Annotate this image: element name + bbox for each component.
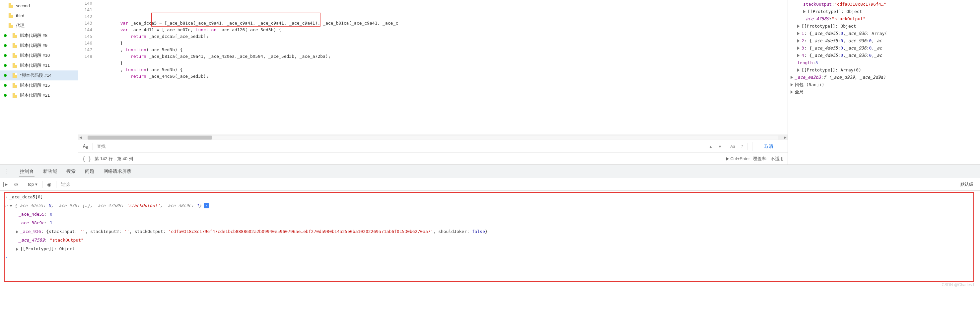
drawer-tab[interactable]: 问题	[84, 166, 95, 176]
snippet-file-item[interactable]: third	[0, 11, 78, 21]
scroll-left-icon[interactable]: ◀	[78, 136, 83, 139]
scope-row[interactable]: [[Prototype]]: Object	[789, 8, 979, 15]
file-icon	[13, 83, 17, 88]
live-expression-icon[interactable]: ◉	[47, 181, 51, 187]
object-prop[interactable]: _ace_47589: "stackOutput"	[9, 237, 977, 244]
match-case-toggle[interactable]: Aa	[729, 144, 737, 149]
file-icon	[13, 63, 17, 68]
scroll-right-icon[interactable]: ▶	[783, 136, 788, 139]
scrollbar-thumb[interactable]	[88, 136, 212, 139]
file-label: 脚本代码段 #10	[20, 53, 50, 59]
file-icon	[13, 93, 17, 98]
regex-toggle[interactable]: .*	[739, 144, 745, 149]
modified-dot-icon	[4, 74, 6, 77]
scope-row[interactable]: 全局	[789, 88, 979, 96]
scope-row[interactable]: 1: {_ace_4de55: 0, _ace_936: Array(	[789, 30, 979, 37]
object-prop[interactable]: _ace_4de55: 0	[9, 211, 977, 218]
object-prop[interactable]: _ace_936: {stackInput: '', stackInput2: …	[9, 228, 977, 235]
scope-row[interactable]: stackOutput: "cdfa0318c8c1796f4…"	[789, 1, 979, 8]
scope-row[interactable]: [[Prototype]]: Object	[789, 22, 979, 30]
modified-dot-icon	[4, 34, 6, 37]
toggle-sidebar-icon[interactable]: ▶	[3, 182, 9, 187]
find-prev-icon[interactable]: ▲	[707, 143, 714, 150]
snippet-file-item[interactable]: *脚本代码段 #14	[0, 70, 78, 80]
file-label: 脚本代码段 #8	[20, 32, 48, 38]
expand-icon[interactable]	[791, 76, 793, 79]
code-editor-pane: 140141142143144145146147148 var _ace_dcc…	[78, 0, 788, 165]
find-cancel-button[interactable]: 取消	[752, 142, 785, 151]
console-input-echo: _ace_dcca5[0]	[9, 194, 977, 201]
file-icon	[13, 43, 17, 48]
file-label: third	[16, 13, 24, 18]
expand-icon[interactable]	[797, 69, 800, 72]
scope-row[interactable]: 闭包 (Sanji)	[789, 81, 979, 88]
scope-row[interactable]: 2: {_ace_4de55: 0, _ace_936: 0, _ac	[789, 37, 979, 45]
log-levels-selector[interactable]: 默认级	[957, 181, 977, 187]
console-output[interactable]: › _ace_dcca5[0] ‹· {_ace_4de55: 0, _ace_…	[0, 191, 980, 290]
file-icon	[13, 73, 17, 78]
pretty-print-icon[interactable]: { }	[82, 156, 91, 162]
find-mode-icon[interactable]: AB	[81, 143, 90, 150]
find-input[interactable]	[95, 142, 705, 150]
editor-status-bar: { } 第 142 行，第 40 列 Ctrl+Enter 覆盖率: 不适用	[78, 152, 788, 165]
file-label: *脚本代码段 #14	[20, 72, 51, 78]
line-gutter: 140141142143144145146147148	[78, 0, 97, 134]
modified-dot-icon	[4, 84, 6, 87]
scope-row[interactable]: 4: {_ace_4de55: 0, _ace_936: 0, _ac	[789, 52, 979, 59]
expand-icon[interactable]	[797, 54, 800, 57]
clear-console-icon[interactable]: ⊘	[14, 181, 18, 187]
expand-icon[interactable]	[16, 248, 18, 251]
snippet-file-item[interactable]: second	[0, 1, 78, 11]
expand-icon[interactable]	[803, 10, 805, 13]
console-prompt-icon[interactable]: ›	[3, 254, 9, 261]
scope-row[interactable]: _ace_47589: "stackOutput"	[789, 15, 979, 22]
modified-dot-icon	[4, 94, 6, 97]
scope-panel[interactable]: stackOutput: "cdfa0318c8c1796f4…"[[Proto…	[788, 0, 980, 165]
expand-icon[interactable]	[797, 46, 800, 50]
drawer-tab[interactable]: 网络请求屏蔽	[103, 166, 132, 176]
snippets-file-tree[interactable]: secondthird代理脚本代码段 #8脚本代码段 #9脚本代码段 #10脚本…	[0, 0, 78, 165]
code-content[interactable]: var _ace_dcca5 = [_ace_b81ca(_ace_c9a41,…	[97, 0, 788, 134]
snippet-file-item[interactable]: 脚本代码段 #21	[0, 90, 78, 100]
file-icon	[9, 23, 13, 28]
console-filter-input[interactable]	[61, 182, 953, 187]
cursor-position: 第 142 行，第 40 列	[95, 156, 133, 162]
snippet-file-item[interactable]: 脚本代码段 #8	[0, 30, 78, 40]
expand-icon[interactable]	[16, 230, 18, 234]
snippet-file-item[interactable]: 脚本代码段 #15	[0, 80, 78, 90]
snippet-file-item[interactable]: 脚本代码段 #10	[0, 51, 78, 61]
file-label: 代理	[16, 22, 25, 29]
scope-row[interactable]: [[Prototype]]: Array(0)	[789, 66, 979, 74]
run-snippet-button[interactable]: Ctrl+Enter	[726, 156, 750, 161]
object-proto[interactable]: [[Prototype]]: Object	[9, 245, 977, 253]
horizontal-scrollbar[interactable]: ◀ ▶	[78, 134, 788, 140]
expand-icon[interactable]	[791, 90, 793, 94]
scope-row[interactable]: length: 5	[789, 59, 979, 66]
expand-icon[interactable]	[797, 32, 800, 35]
drawer-tab[interactable]: 新功能	[43, 166, 58, 176]
snippet-file-item[interactable]: 脚本代码段 #9	[0, 40, 78, 51]
scope-row[interactable]: _ace_ea2b3: f (_ace_d939, _ace_2d9a)	[789, 74, 979, 81]
snippet-file-item[interactable]: 脚本代码段 #11	[0, 61, 78, 70]
drawer-menu-icon[interactable]: ⋮	[3, 168, 11, 175]
drawer-tab[interactable]: 控制台	[19, 166, 35, 176]
expand-icon[interactable]	[791, 83, 793, 86]
expand-icon[interactable]	[9, 205, 13, 207]
file-icon	[13, 53, 17, 58]
expand-icon[interactable]	[797, 39, 800, 43]
console-result-summary[interactable]: {_ace_4de55: 0, _ace_936: {…}, _ace_4758…	[9, 202, 977, 210]
expand-icon[interactable]	[797, 25, 800, 28]
drawer-tab[interactable]: 搜索	[66, 166, 76, 176]
file-label: 脚本代码段 #15	[20, 82, 50, 88]
file-icon	[9, 3, 13, 8]
scope-row[interactable]: 3: {_ace_4de55: 0, _ace_936: 0, _ac	[789, 45, 979, 52]
find-next-icon[interactable]: ▼	[717, 143, 723, 150]
snippet-file-item[interactable]: 代理	[0, 21, 78, 30]
context-selector[interactable]: top ▾	[28, 182, 38, 187]
find-bar: AB ▲ ▼ Aa .* 取消	[78, 140, 788, 152]
file-label: 脚本代码段 #21	[20, 92, 50, 98]
object-prop[interactable]: _ace_38c9c: 1	[9, 219, 977, 227]
info-icon[interactable]: i	[204, 203, 209, 208]
console-input-marker: ›	[3, 194, 9, 201]
file-label: second	[16, 3, 30, 8]
